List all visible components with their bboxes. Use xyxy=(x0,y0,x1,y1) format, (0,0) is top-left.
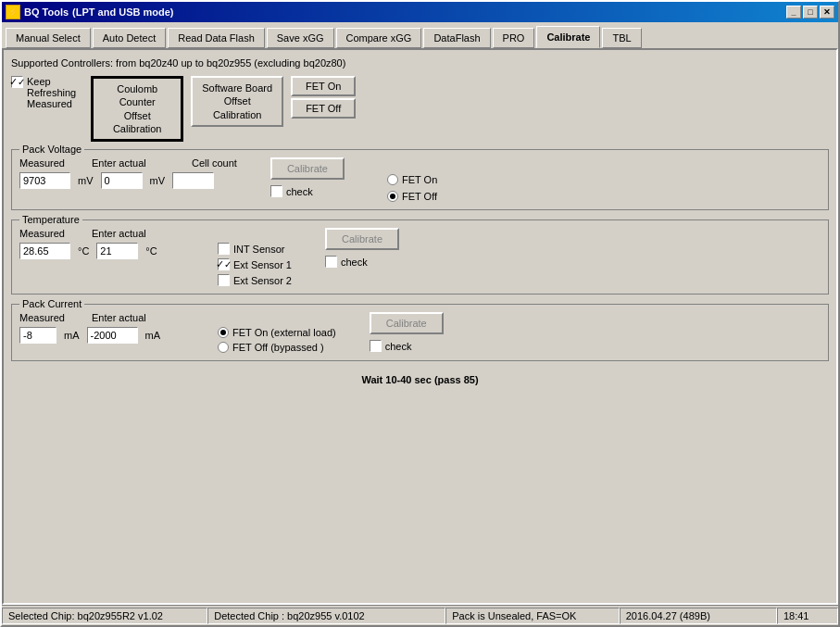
tab-read-data-flash[interactable]: Read Data Flash xyxy=(168,28,265,48)
pack-voltage-header-row: Measured Enter actual Cell count xyxy=(19,157,237,169)
time-panel: 18:41 xyxy=(777,608,838,624)
titlebar: ⚡ BQ Tools (LPT and USB mode) _ □ ✕ xyxy=(2,2,838,22)
tab-save-xgg[interactable]: Save xGG xyxy=(267,28,334,48)
pack-current-radios: FET On (external load) FET Off (bypassed… xyxy=(218,327,336,353)
maximize-button[interactable]: □ xyxy=(803,6,818,19)
pack-status-panel: Pack is Unsealed, FAS=OK xyxy=(445,608,620,624)
pack-current-fields: Measured Enter actual mA mA xyxy=(19,312,184,347)
pack-voltage-fet-on-label: FET On xyxy=(402,174,437,185)
current-fet-off-row: FET Off (bypassed ) xyxy=(218,342,336,353)
current-fet-on-radio[interactable] xyxy=(218,327,229,338)
current-fet-off-label: FET Off (bypassed ) xyxy=(232,342,324,353)
pack-current-calibrate-button[interactable]: Calibrate xyxy=(370,312,444,334)
pack-voltage-fet-off-row: FET Off xyxy=(387,191,437,202)
pack-voltage-label: Pack Voltage xyxy=(19,144,84,155)
tab-bar: Manual Select Auto Detect Read Data Flas… xyxy=(2,22,838,48)
enter-actual-header: Enter actual xyxy=(92,157,184,169)
temperature-enter-actual-input[interactable] xyxy=(96,243,138,259)
temp-enter-actual-header: Enter actual xyxy=(92,228,184,239)
pack-current-check-checkbox[interactable] xyxy=(370,340,382,352)
pack-voltage-right: Calibrate check xyxy=(270,157,345,197)
fet-buttons-group: FET On FET Off xyxy=(291,76,356,119)
pack-current-enter-actual-input[interactable] xyxy=(87,327,138,344)
pack-voltage-fet-on-radio[interactable] xyxy=(387,174,398,185)
pack-voltage-check-row: check xyxy=(270,185,345,197)
fet-off-button[interactable]: FET Off xyxy=(291,98,356,119)
titlebar-left: ⚡ BQ Tools (LPT and USB mode) xyxy=(6,5,173,19)
keep-refreshing-checkbox[interactable]: ✓ xyxy=(11,76,23,88)
int-sensor-checkbox[interactable] xyxy=(218,243,230,255)
keep-refreshing-group: ✓ Keep Refreshing Measured xyxy=(11,76,76,109)
temperature-measured-input[interactable] xyxy=(19,243,70,259)
temperature-check-label: check xyxy=(341,257,368,268)
app-icon: ⚡ xyxy=(6,5,20,19)
ext-sensor2-checkbox[interactable] xyxy=(218,274,230,286)
ext-sensor1-checkbox[interactable]: ✓ xyxy=(218,258,230,270)
pack-voltage-fet-off-label: FET Off xyxy=(402,191,437,202)
temperature-fields: Measured Enter actual °C °C xyxy=(19,228,184,263)
ext-sensor1-label: Ext Sensor 1 xyxy=(233,259,292,270)
titlebar-buttons: _ □ ✕ xyxy=(786,6,834,19)
pack-current-check-label: check xyxy=(385,341,412,352)
temperature-check-row: check xyxy=(325,256,399,268)
current-measured-header: Measured xyxy=(19,312,84,323)
int-sensor-label: INT Sensor xyxy=(233,244,284,255)
current-enter-actual-header: Enter actual xyxy=(92,312,184,323)
detected-chip-panel: Detected Chip : bq20z955 v.0102 xyxy=(207,608,445,624)
fet-on-button[interactable]: FET On xyxy=(291,76,356,96)
pack-current-right: Calibrate check xyxy=(370,312,444,352)
ext-sensor1-row: ✓ Ext Sensor 1 xyxy=(218,258,292,270)
temperature-section: Temperature Measured Enter actual °C °C xyxy=(11,219,829,295)
int-sensor-row: INT Sensor xyxy=(218,243,292,255)
app-title: BQ Tools xyxy=(24,6,69,18)
pack-voltage-fields: Measured Enter actual Cell count mV mV xyxy=(19,157,237,193)
tab-calibrate[interactable]: Calibrate xyxy=(536,26,600,48)
temperature-check-checkbox[interactable] xyxy=(325,256,337,268)
pack-voltage-check-label: check xyxy=(286,186,313,197)
tab-auto-detect[interactable]: Auto Detect xyxy=(93,28,166,48)
tab-tbl[interactable]: TBL xyxy=(602,28,641,48)
close-button[interactable]: ✕ xyxy=(820,6,834,19)
pack-voltage-cell-count-input[interactable] xyxy=(172,172,214,189)
temperature-right: Calibrate check xyxy=(325,228,399,268)
temperature-sensors: INT Sensor ✓ Ext Sensor 1 Ext Sensor 2 xyxy=(218,243,292,286)
pack-voltage-values-row: mV mV xyxy=(19,172,237,189)
pack-current-section: Pack Current Measured Enter actual mA mA xyxy=(11,304,829,361)
app-subtitle: (LPT and USB mode) xyxy=(72,6,173,18)
tab-pro[interactable]: PRO xyxy=(493,28,535,48)
temperature-header-row: Measured Enter actual xyxy=(19,228,184,239)
temp-measured-header: Measured xyxy=(19,228,84,239)
pack-current-values-row: mA mA xyxy=(19,327,184,344)
current-fet-on-row: FET On (external load) xyxy=(218,327,336,338)
pack-voltage-measured-input[interactable] xyxy=(19,172,70,189)
main-content: Supported Controllers: from bq20z40 up t… xyxy=(2,48,838,605)
pack-voltage-enter-actual-input[interactable] xyxy=(101,172,143,189)
current-fet-off-radio[interactable] xyxy=(218,342,229,353)
coulomb-counter-button[interactable]: Coulomb Counter Offset Calibration xyxy=(91,76,183,142)
software-board-button[interactable]: Software Board Offset Calibration xyxy=(191,76,283,127)
wait-text: Wait 10-40 sec (pass 85) xyxy=(11,374,829,385)
tab-manual-select[interactable]: Manual Select xyxy=(6,28,91,48)
tab-data-flash[interactable]: DataFlash xyxy=(423,28,490,48)
cell-count-header: Cell count xyxy=(192,157,237,169)
keep-refreshing-label: Keep Refreshing Measured xyxy=(27,76,76,109)
pack-voltage-fet-on-row: FET On xyxy=(387,174,437,185)
pack-voltage-section: Pack Voltage Measured Enter actual Cell … xyxy=(11,149,829,210)
pack-voltage-fet-off-radio[interactable] xyxy=(387,191,398,202)
supported-controllers-text: Supported Controllers: from bq20z40 up t… xyxy=(11,57,829,69)
pack-current-header-row: Measured Enter actual xyxy=(19,312,184,323)
pack-voltage-check-checkbox[interactable] xyxy=(270,185,282,197)
pack-current-measured-input[interactable] xyxy=(19,327,56,344)
statusbar: Selected Chip: bq20z955R2 v1.02 Detected… xyxy=(2,605,838,625)
temperature-section-label: Temperature xyxy=(19,214,82,225)
top-controls-row: ✓ Keep Refreshing Measured Coulomb Count… xyxy=(11,76,829,142)
minimize-button[interactable]: _ xyxy=(786,6,801,19)
pack-voltage-fet-radios: FET On FET Off xyxy=(387,174,437,202)
temperature-values-row: °C °C xyxy=(19,243,184,259)
pack-current-section-label: Pack Current xyxy=(19,298,84,309)
tab-compare-xgg[interactable]: Compare xGG xyxy=(336,28,422,48)
date-panel: 2016.04.27 (489B) xyxy=(620,608,777,624)
pack-voltage-calibrate-button[interactable]: Calibrate xyxy=(270,157,345,180)
main-window: ⚡ BQ Tools (LPT and USB mode) _ □ ✕ Manu… xyxy=(0,0,840,627)
temperature-calibrate-button[interactable]: Calibrate xyxy=(325,228,399,250)
